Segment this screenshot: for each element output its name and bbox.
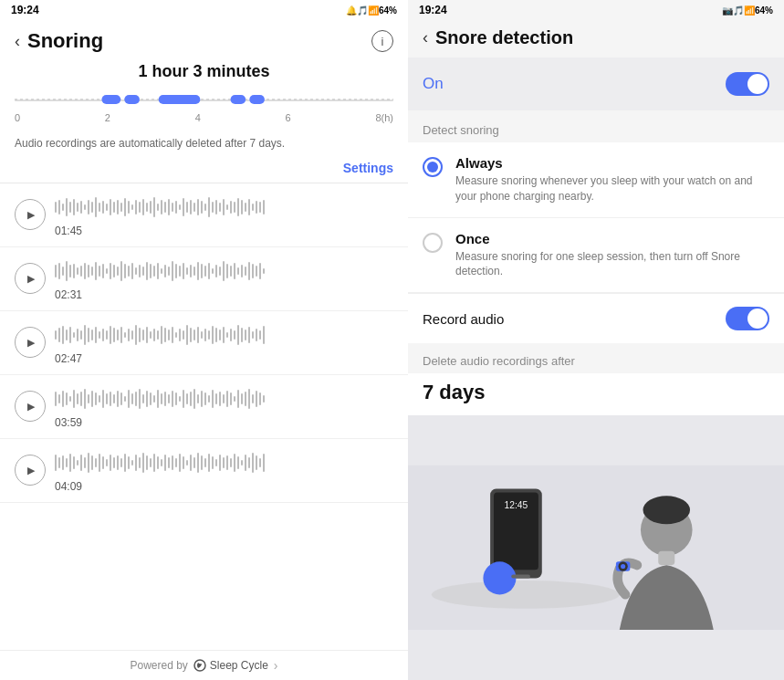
svg-rect-172 — [237, 325, 239, 345]
svg-rect-200 — [128, 390, 130, 408]
svg-rect-156 — [179, 329, 181, 341]
recording-content-3: 02:47 — [55, 320, 393, 365]
status-icons-left: 🔔🎵📶64% — [346, 5, 397, 16]
svg-rect-13 — [80, 201, 82, 214]
battery-icon-right: 📷🎵📶64% — [722, 5, 773, 16]
sleep-cycle-icon — [193, 659, 206, 672]
radio-once[interactable] — [423, 233, 443, 253]
chevron-right-icon: › — [274, 658, 278, 673]
svg-rect-244 — [77, 460, 78, 466]
svg-rect-157 — [183, 330, 184, 340]
svg-rect-193 — [102, 390, 104, 408]
svg-rect-266 — [157, 456, 159, 469]
svg-rect-233 — [248, 389, 250, 409]
svg-rect-92 — [157, 263, 159, 279]
svg-rect-267 — [161, 459, 162, 466]
svg-rect-261 — [139, 457, 141, 468]
svg-rect-72 — [84, 263, 86, 279]
svg-rect-257 — [124, 454, 126, 472]
info-icon[interactable]: i — [371, 30, 393, 52]
settings-link[interactable]: Settings — [0, 159, 408, 183]
svg-rect-167 — [219, 330, 221, 340]
svg-rect-111 — [226, 264, 228, 278]
time-right: 19:24 — [419, 4, 447, 16]
play-button-3[interactable] — [15, 327, 46, 358]
svg-rect-49 — [212, 202, 214, 213]
svg-rect-286 — [230, 458, 232, 467]
svg-rect-270 — [172, 455, 173, 470]
waveform-svg-3 — [55, 320, 265, 350]
svg-rect-174 — [245, 330, 246, 340]
list-item: 03:59 — [0, 375, 408, 439]
play-button-2[interactable] — [15, 263, 46, 294]
svg-rect-243 — [73, 456, 75, 469]
recording-time-4: 03:59 — [55, 416, 393, 429]
svg-rect-45 — [197, 199, 199, 215]
waveform-1 — [55, 193, 393, 222]
timeline-label-0: 0 — [15, 112, 20, 123]
waveform-svg-1 — [55, 193, 265, 222]
svg-rect-255 — [117, 455, 119, 470]
status-icons-right: 📷🎵📶64% — [722, 5, 773, 16]
record-audio-row[interactable]: Record audio — [408, 293, 784, 343]
header-left-group: ‹ Snoring — [15, 29, 103, 53]
svg-rect-130 — [84, 325, 86, 345]
svg-rect-211 — [168, 394, 170, 403]
svg-rect-114 — [237, 267, 239, 275]
svg-rect-132 — [91, 330, 93, 340]
recording-content-2: 02:31 — [55, 256, 393, 301]
options-card: Always Measure snoring whenever you slee… — [408, 142, 784, 343]
svg-rect-180 — [55, 392, 57, 406]
svg-rect-258 — [128, 456, 130, 469]
back-button-right[interactable]: ‹ — [423, 28, 428, 47]
svg-rect-209 — [161, 393, 162, 404]
svg-rect-198 — [120, 392, 122, 405]
svg-rect-20 — [106, 204, 108, 211]
svg-rect-25 — [124, 198, 126, 216]
record-audio-toggle[interactable] — [726, 307, 769, 330]
svg-rect-282 — [215, 459, 217, 466]
recording-time-3: 02:47 — [55, 352, 393, 365]
svg-rect-33 — [153, 197, 155, 217]
list-item: 02:31 — [0, 247, 408, 311]
waveform-svg-2 — [55, 256, 265, 286]
svg-rect-24 — [120, 203, 122, 212]
svg-rect-125 — [66, 330, 68, 340]
svg-rect-203 — [139, 389, 141, 409]
svg-rect-37 — [168, 199, 170, 215]
waveform-5 — [55, 448, 393, 477]
right-panel: 19:24 📷🎵📶64% ‹ Snore detection On Detect… — [408, 0, 784, 680]
svg-rect-122 — [55, 330, 57, 340]
svg-rect-93 — [161, 268, 162, 274]
play-button-4[interactable] — [15, 391, 46, 422]
illustration-container: 12:45 — [408, 415, 784, 680]
svg-rect-232 — [245, 392, 246, 406]
svg-rect-11 — [73, 199, 75, 215]
svg-rect-91 — [153, 266, 155, 277]
svg-rect-141 — [124, 332, 126, 338]
toggle-section[interactable]: On — [408, 58, 784, 110]
option-once[interactable]: Once Measure snoring for one sleep sessi… — [408, 218, 784, 294]
svg-rect-223 — [212, 390, 214, 408]
svg-rect-151 — [161, 326, 162, 344]
timeline-label-8: 8(h) — [375, 112, 393, 123]
svg-rect-117 — [248, 262, 250, 280]
svg-rect-185 — [73, 390, 75, 408]
svg-rect-269 — [168, 457, 170, 468]
svg-rect-113 — [234, 263, 235, 279]
radio-always[interactable] — [423, 157, 443, 177]
svg-rect-48 — [208, 197, 210, 217]
play-button-1[interactable] — [15, 199, 46, 230]
svg-rect-108 — [215, 265, 217, 277]
svg-rect-253 — [110, 455, 111, 471]
toggle-switch[interactable] — [726, 72, 769, 96]
svg-rect-194 — [106, 393, 108, 404]
svg-rect-100 — [186, 267, 188, 275]
svg-rect-208 — [157, 390, 159, 408]
svg-rect-169 — [226, 332, 228, 338]
option-always[interactable]: Always Measure snoring whenever you slee… — [408, 142, 784, 218]
play-button-5[interactable] — [15, 455, 46, 486]
svg-rect-144 — [135, 325, 137, 345]
svg-rect-221 — [204, 392, 206, 405]
back-button-left[interactable]: ‹ — [15, 32, 20, 51]
